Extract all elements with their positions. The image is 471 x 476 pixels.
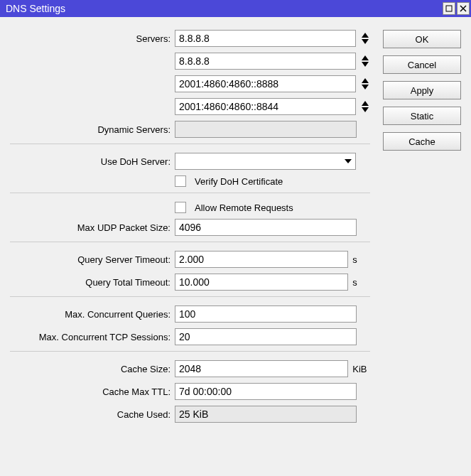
cache-used-input (175, 406, 357, 423)
static-button[interactable]: Static (383, 107, 461, 125)
minimize-icon (445, 5, 453, 12)
svg-marker-6 (362, 62, 369, 67)
svg-rect-0 (446, 6, 452, 11)
server-input-1[interactable] (175, 53, 356, 70)
svg-marker-7 (362, 78, 369, 83)
chevron-down-icon (344, 158, 352, 164)
chevron-up-icon (360, 55, 370, 61)
cache-size-label: Cache Size: (10, 364, 175, 374)
server-spinner-1[interactable] (360, 55, 370, 67)
chevron-down-icon (360, 107, 370, 113)
server-input-3[interactable] (175, 98, 356, 115)
server-input-0[interactable] (175, 30, 356, 47)
chevron-down-icon (360, 84, 370, 90)
max-concurrent-queries-input[interactable] (175, 305, 357, 323)
chevron-down-icon (360, 38, 370, 45)
verify-doh-label: Verify DoH Certificate (195, 176, 283, 187)
use-doh-select[interactable] (175, 153, 356, 170)
query-total-timeout-label: Query Total Timeout: (10, 277, 175, 288)
max-udp-label: Max UDP Packet Size: (10, 222, 175, 233)
chevron-up-icon (360, 32, 370, 38)
separator (10, 296, 370, 297)
server-spinner-3[interactable] (360, 100, 370, 113)
max-concurrent-tcp-input[interactable] (175, 328, 357, 345)
titlebar: DNS Settings (0, 0, 471, 17)
button-column: OK Cancel Apply Static Cache (383, 30, 461, 428)
server-spinner-0[interactable] (360, 32, 370, 45)
allow-remote-label: Allow Remote Requests (195, 202, 293, 213)
form-area: Servers: (10, 30, 370, 428)
cache-max-ttl-input[interactable] (175, 383, 357, 400)
max-udp-input[interactable] (175, 219, 357, 236)
separator (10, 351, 370, 352)
svg-marker-11 (345, 159, 352, 163)
dynamic-servers-label: Dynamic Servers: (10, 124, 175, 135)
minimize-button[interactable] (443, 2, 455, 15)
query-total-timeout-input[interactable] (175, 274, 348, 291)
close-button[interactable] (457, 2, 470, 15)
apply-button[interactable]: Apply (383, 81, 461, 99)
svg-marker-3 (362, 33, 369, 38)
chevron-down-icon (360, 61, 370, 67)
ok-button[interactable]: OK (383, 30, 461, 48)
servers-label: Servers: (10, 33, 175, 44)
max-concurrent-queries-label: Max. Concurrent Queries: (10, 309, 175, 320)
server-spinner-2[interactable] (360, 77, 370, 90)
cache-used-label: Cache Used: (10, 409, 175, 420)
separator (10, 144, 370, 144)
verify-doh-checkbox[interactable] (175, 175, 186, 187)
svg-marker-5 (362, 55, 369, 60)
unit-seconds: s (352, 277, 370, 288)
dynamic-servers-input (175, 121, 357, 138)
cancel-button[interactable]: Cancel (383, 55, 461, 74)
query-server-timeout-label: Query Server Timeout: (10, 254, 175, 265)
svg-marker-8 (362, 85, 369, 90)
cache-button[interactable]: Cache (383, 132, 461, 151)
server-input-2[interactable] (175, 75, 356, 92)
use-doh-label: Use DoH Server: (10, 156, 175, 167)
svg-marker-4 (362, 39, 369, 44)
unit-seconds: s (352, 254, 370, 265)
cache-max-ttl-label: Cache Max TTL: (10, 386, 175, 397)
separator (10, 193, 370, 193)
svg-marker-10 (362, 107, 369, 112)
chevron-up-icon (360, 77, 370, 84)
window-title: DNS Settings (6, 0, 65, 17)
cache-size-input[interactable] (175, 360, 348, 377)
close-icon (460, 5, 467, 12)
unit-kib: KiB (352, 364, 370, 374)
allow-remote-checkbox[interactable] (175, 202, 186, 213)
separator (10, 242, 370, 242)
svg-marker-9 (362, 101, 369, 106)
max-concurrent-tcp-label: Max. Concurrent TCP Sessions: (10, 332, 175, 342)
chevron-up-icon (360, 100, 370, 107)
query-server-timeout-input[interactable] (175, 251, 348, 268)
